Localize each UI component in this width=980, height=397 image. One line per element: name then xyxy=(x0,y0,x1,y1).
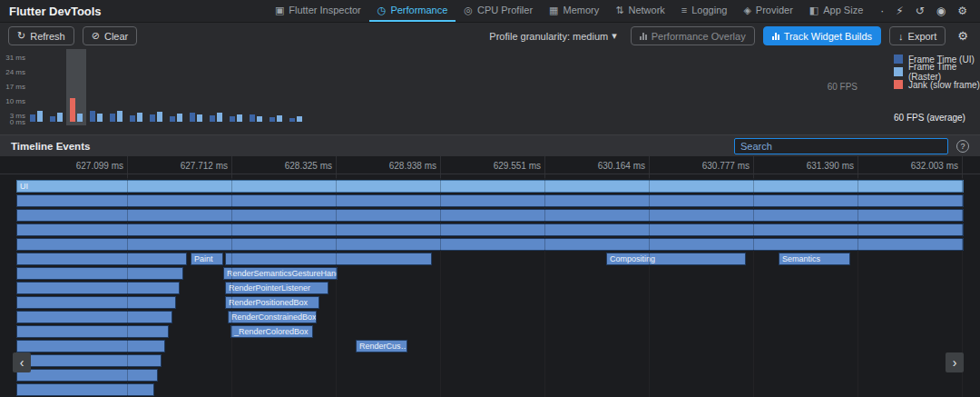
clear-icon: ⊘ xyxy=(92,30,100,42)
frame-bar-ui[interactable] xyxy=(90,111,95,122)
frame-bar-ui[interactable] xyxy=(270,117,275,122)
event-renderpointerlistener[interactable]: RenderPointerListener xyxy=(225,282,328,294)
frame-bar-ui[interactable] xyxy=(130,115,135,122)
tab-performance[interactable]: ◷Performance xyxy=(369,0,456,22)
cpu-profiler-icon: ◎ xyxy=(464,5,473,16)
frame-bar-ui[interactable] xyxy=(170,116,175,122)
frame-bar-ui[interactable] xyxy=(250,114,255,122)
event-ui[interactable]: UI xyxy=(16,180,964,193)
event-renderconstrainedbox[interactable]: RenderConstrainedBox xyxy=(228,311,317,323)
event-renderpositionedbox[interactable]: RenderPositionedBox xyxy=(225,296,319,309)
event-bar[interactable] xyxy=(16,238,964,251)
scroll-right-button[interactable]: › xyxy=(946,352,964,372)
app-title: Flutter DevTools xyxy=(9,5,102,18)
tab-cpu-profiler[interactable]: ◎CPU Profiler xyxy=(456,0,541,22)
event-bar[interactable] xyxy=(16,253,187,265)
frame-bar-raster[interactable] xyxy=(217,113,222,122)
frame-bar-raster[interactable] xyxy=(297,116,302,122)
tab-label: Performance xyxy=(390,5,447,15)
export-icon: ↓ xyxy=(898,31,904,42)
event-bar[interactable] xyxy=(16,296,176,309)
tab-flutter-inspector[interactable]: ▣Flutter Inspector xyxy=(267,0,369,22)
frame-bar-raster[interactable] xyxy=(277,115,282,122)
y-axis-label: 24 ms xyxy=(0,68,25,76)
frame-legend: Frame Time (UI)Frame Time (Raster)Jank (… xyxy=(894,53,980,91)
event-bar[interactable] xyxy=(16,267,183,280)
tab-memory[interactable]: ▦Memory xyxy=(541,0,607,22)
scroll-left-button[interactable]: ‹ xyxy=(13,352,31,372)
frame-bar-ui[interactable] xyxy=(210,115,215,122)
frame-bar-raster[interactable] xyxy=(257,116,262,122)
frame-bar-ui[interactable] xyxy=(230,116,235,122)
frame-bar-raster[interactable] xyxy=(97,114,103,122)
frame-bar-ui[interactable] xyxy=(110,114,115,122)
event-bar[interactable] xyxy=(16,383,154,396)
frame-bar-raster[interactable] xyxy=(37,111,43,122)
hot-reload-icon[interactable]: ⚡ xyxy=(896,5,903,17)
event-rendersemanticsgesturehandler[interactable]: RenderSemanticsGestureHandler xyxy=(223,267,338,280)
event-bar[interactable] xyxy=(16,194,964,207)
frame-bar-ui[interactable] xyxy=(150,114,155,122)
event-bar[interactable] xyxy=(16,369,158,382)
tab-app-size[interactable]: ◧App Size xyxy=(801,0,871,22)
frame-bar-ui[interactable] xyxy=(190,113,195,122)
tab-label: Memory xyxy=(564,5,600,15)
gridline-overlay xyxy=(858,178,858,397)
frame-bar-raster[interactable] xyxy=(137,113,142,122)
legend-item: Frame Time (Raster) xyxy=(894,65,980,78)
refresh-button[interactable]: ↻ Refresh xyxy=(8,26,74,45)
event-bar[interactable] xyxy=(16,282,180,294)
gridline-overlay xyxy=(544,178,545,397)
event-bar[interactable] xyxy=(16,311,172,323)
y-axis-label: 17 ms xyxy=(0,83,25,91)
gridline-overlay xyxy=(231,178,232,397)
report-icon[interactable]: ◉ xyxy=(936,5,946,17)
tab-bar: ▣Flutter Inspector◷Performance◎CPU Profi… xyxy=(267,0,871,22)
frame-bar-raster[interactable] xyxy=(117,111,122,122)
profile-granularity-label: Profile granularity: medium xyxy=(489,31,608,42)
tab-label: CPU Profiler xyxy=(477,5,533,15)
frame-bar-raster[interactable] xyxy=(57,113,63,122)
help-icon[interactable]: ? xyxy=(956,140,969,153)
hot-restart-icon[interactable]: ↺ xyxy=(916,5,925,17)
frame-bar-raster[interactable] xyxy=(77,114,83,122)
event-bar[interactable] xyxy=(16,354,162,367)
track-widget-builds-button[interactable]: Track Widget Builds xyxy=(763,26,881,45)
event-bar[interactable] xyxy=(16,209,964,222)
app-root: Flutter DevTools ▣Flutter Inspector◷Perf… xyxy=(0,0,980,397)
performance-overlay-button[interactable]: Performance Overlay xyxy=(631,26,755,45)
profile-granularity-dropdown[interactable]: Profile granularity: medium ▾ xyxy=(484,30,622,42)
event-bar[interactable] xyxy=(16,325,169,338)
frame-bar-ui[interactable] xyxy=(30,114,35,122)
tab-network[interactable]: ⇅Network xyxy=(607,0,673,22)
tab-logging[interactable]: ≡Logging xyxy=(673,0,736,22)
event-rendercus[interactable]: RenderCus… xyxy=(356,340,407,352)
gridline-overlay xyxy=(649,178,650,397)
frame-bar-raster[interactable] xyxy=(197,114,202,122)
frame-bar-ui[interactable] xyxy=(289,118,295,122)
gridline-overlay xyxy=(753,178,754,397)
event-bar[interactable] xyxy=(225,253,432,265)
tab-provider[interactable]: ◈Provider xyxy=(735,0,800,22)
event-paint[interactable]: Paint xyxy=(191,253,223,265)
memory-icon: ▦ xyxy=(549,5,558,16)
overflow-separator-icon: · xyxy=(880,5,884,17)
event-rendercoloredbox[interactable]: _RenderColoredBox xyxy=(230,325,313,338)
event-bar[interactable] xyxy=(16,340,165,352)
settings-gear-icon[interactable]: ⚙ xyxy=(954,29,972,43)
frame-bar-ui-jank[interactable] xyxy=(70,98,75,122)
frame-bar-ui[interactable] xyxy=(50,116,55,122)
event-compositing[interactable]: Compositing xyxy=(606,253,746,265)
flame-chart: ‹ › 627.099 ms627.712 ms628.325 ms628.93… xyxy=(0,156,980,397)
search-input[interactable] xyxy=(734,138,948,154)
export-button[interactable]: ↓ Export xyxy=(889,26,946,45)
ruler-time-label: 628.938 ms xyxy=(346,161,436,171)
frame-bar-raster[interactable] xyxy=(237,114,242,122)
frame-bar-raster[interactable] xyxy=(157,112,162,122)
frame-bar-raster[interactable] xyxy=(177,114,182,122)
clear-button[interactable]: ⊘ Clear xyxy=(83,26,138,45)
event-bar[interactable] xyxy=(16,223,964,236)
event-semantics[interactable]: Semantics xyxy=(779,253,850,265)
ruler-time-label: 631.390 ms xyxy=(763,161,854,171)
settings-icon[interactable]: ⚙ xyxy=(957,5,967,17)
